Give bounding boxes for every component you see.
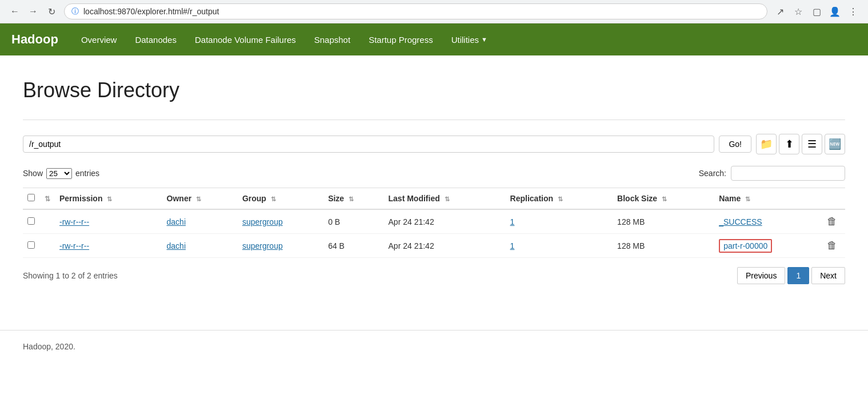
show-entries-select[interactable]: 10 25 50 100: [46, 168, 72, 179]
table-row: -rw-r--r-- dachi supergroup 0 B Apr 24 2…: [23, 209, 845, 234]
nav-item-startup-progress[interactable]: Startup Progress: [359, 23, 442, 55]
row1-replication: 1: [506, 209, 613, 234]
share-button[interactable]: ↗: [772, 3, 788, 19]
row2-permission-link[interactable]: -rw-r--r--: [59, 241, 89, 250]
nav-item-datanode-volume-failures[interactable]: Datanode Volume Failures: [186, 23, 305, 55]
row2-group-link[interactable]: supergroup: [242, 241, 283, 250]
table-row: -rw-r--r-- dachi supergroup 64 B Apr 24 …: [23, 234, 845, 258]
navbar: Hadoop Overview Datanodes Datanode Volum…: [0, 23, 868, 55]
nav-item-overview[interactable]: Overview: [72, 23, 126, 55]
col-header-group[interactable]: Group ⇅: [238, 188, 323, 210]
browser-nav-buttons: ← → ↻: [7, 3, 59, 19]
replication-sort-icon: ⇅: [558, 196, 563, 202]
showing-text: Showing 1 to 2 of 2 entries: [23, 271, 118, 280]
nav-item-datanodes[interactable]: Datanodes: [126, 23, 186, 55]
list-toolbar-button[interactable]: ☰: [802, 134, 822, 154]
row1-owner-link[interactable]: dachi: [167, 217, 186, 226]
settings-toolbar-button[interactable]: 🆕: [825, 134, 845, 154]
navbar-brand: Hadoop: [11, 32, 58, 47]
browser-actions: ↗ ☆ ▢ 👤 ⋮: [772, 3, 861, 19]
col-header-sort: ⇅: [40, 188, 55, 210]
table-header-row: ⇅ Permission ⇅ Owner ⇅ Group ⇅ Size ⇅: [23, 188, 845, 210]
bookmark-button[interactable]: ☆: [790, 3, 806, 19]
lock-icon: ⓘ: [71, 6, 79, 17]
row2-block-size: 128 MB: [613, 234, 714, 258]
sort-arrows-icon: ⇅: [45, 195, 50, 203]
row2-delete-button[interactable]: 🗑: [827, 240, 837, 252]
row2-checkbox[interactable]: [27, 241, 35, 249]
row2-sort-cell: [40, 234, 55, 258]
row2-name-link[interactable]: part-r-00000: [719, 239, 772, 253]
refresh-button[interactable]: ↻: [43, 3, 59, 19]
block-size-sort-icon: ⇅: [662, 196, 667, 202]
row2-group: supergroup: [238, 234, 323, 258]
row2-permission: -rw-r--r--: [55, 234, 162, 258]
footer: Hadoop, 2020.: [0, 330, 868, 363]
pagination-row: Showing 1 to 2 of 2 entries Previous 1 N…: [23, 267, 845, 284]
row1-delete-button[interactable]: 🗑: [827, 216, 837, 228]
page-title: Browse Directory: [23, 78, 845, 102]
col-header-replication[interactable]: Replication ⇅: [506, 188, 613, 210]
divider: [23, 120, 845, 120]
row2-checkbox-cell: [23, 234, 40, 258]
row1-block-size: 128 MB: [613, 209, 714, 234]
browser-chrome: ← → ↻ ⓘ localhost:9870/explorer.html#/r_…: [0, 0, 868, 23]
tab-button[interactable]: ▢: [809, 3, 825, 19]
previous-button[interactable]: Previous: [737, 267, 785, 284]
row2-size: 64 B: [323, 234, 383, 258]
row2-replication-link[interactable]: 1: [510, 241, 515, 250]
nav-item-utilities[interactable]: Utilities ▼: [442, 23, 497, 55]
folder-toolbar-button[interactable]: 📁: [756, 134, 777, 154]
row1-name-link[interactable]: _SUCCESS: [719, 217, 762, 226]
col-header-block-size[interactable]: Block Size ⇅: [613, 188, 714, 210]
size-sort-icon: ⇅: [349, 196, 354, 202]
col-header-permission[interactable]: Permission ⇅: [55, 188, 162, 210]
toolbar-icons: 📁 ⬆ ☰ 🆕: [756, 134, 845, 154]
row2-name: part-r-00000: [714, 234, 822, 258]
row1-group: supergroup: [238, 209, 323, 234]
url-input[interactable]: localhost:9870/explorer.html#/r_output: [83, 7, 760, 16]
nav-item-snapshot[interactable]: Snapshot: [305, 23, 359, 55]
footer-text: Hadoop, 2020.: [23, 342, 75, 351]
row1-permission: -rw-r--r--: [55, 209, 162, 234]
show-label: Show: [23, 169, 43, 178]
go-button[interactable]: Go!: [719, 136, 751, 153]
pagination-buttons: Previous 1 Next: [737, 267, 845, 284]
row1-owner: dachi: [162, 209, 238, 234]
col-header-last-modified[interactable]: Last Modified ⇅: [384, 188, 506, 210]
col-header-name[interactable]: Name ⇅: [714, 188, 822, 210]
address-bar: ⓘ localhost:9870/explorer.html#/r_output: [64, 3, 767, 19]
back-button[interactable]: ←: [7, 3, 23, 19]
last-modified-sort-icon: ⇅: [445, 196, 450, 202]
menu-button[interactable]: ⋮: [845, 3, 861, 19]
row2-owner: dachi: [162, 234, 238, 258]
next-button[interactable]: Next: [811, 267, 845, 284]
row2-delete-cell: 🗑: [822, 234, 845, 258]
row1-sort-cell: [40, 209, 55, 234]
row1-size: 0 B: [323, 209, 383, 234]
row2-owner-link[interactable]: dachi: [167, 241, 186, 250]
row1-checkbox[interactable]: [27, 217, 35, 225]
select-all-checkbox[interactable]: [27, 194, 35, 201]
forward-button[interactable]: →: [25, 3, 41, 19]
main-content: Browse Directory /r_output Go! 📁 ⬆ ☰ 🆕 S…: [0, 55, 868, 296]
search-input[interactable]: [731, 166, 845, 181]
row1-checkbox-cell: [23, 209, 40, 234]
row1-replication-link[interactable]: 1: [510, 217, 515, 226]
row1-group-link[interactable]: supergroup: [242, 217, 283, 226]
col-header-owner[interactable]: Owner ⇅: [162, 188, 238, 210]
entries-row: Show 10 25 50 100 entries Search:: [23, 166, 845, 181]
row1-name: _SUCCESS: [714, 209, 822, 234]
row2-last-modified: Apr 24 21:42: [384, 234, 506, 258]
group-sort-icon: ⇅: [271, 196, 276, 202]
row1-permission-link[interactable]: -rw-r--r--: [59, 217, 89, 226]
page-1-button[interactable]: 1: [787, 267, 809, 284]
profile-button[interactable]: 👤: [827, 3, 843, 19]
entries-label: entries: [75, 169, 99, 178]
row1-last-modified: Apr 24 21:42: [384, 209, 506, 234]
upload-toolbar-button[interactable]: ⬆: [779, 134, 799, 154]
col-header-checkbox: [23, 188, 40, 210]
path-input[interactable]: /r_output: [23, 136, 714, 153]
path-bar: /r_output Go! 📁 ⬆ ☰ 🆕: [23, 134, 845, 154]
col-header-size[interactable]: Size ⇅: [323, 188, 383, 210]
